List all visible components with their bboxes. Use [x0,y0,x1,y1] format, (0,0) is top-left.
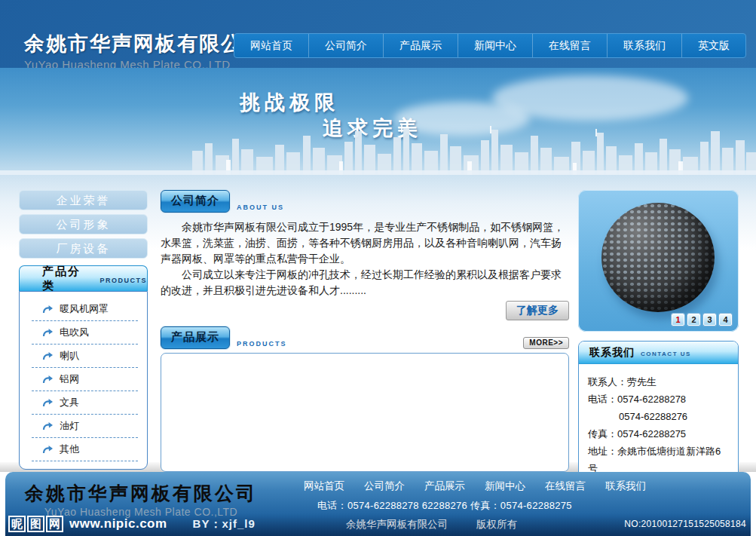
contact-body: 联系人：劳先生 电话：0574-62288278 0574-62288276 传… [579,364,738,489]
contact-header: 联系我们 CONTACT US [579,342,738,364]
footer-phone-line: 电话：0574-62288278 62288276 传真：0574-622882… [304,499,646,513]
products-tab-button[interactable]: 产品展示 [161,326,230,349]
nipic-logo-char: 图 [27,516,44,532]
mesh-dome-product-photo[interactable] [601,203,715,312]
footer-company-name-cn: 余姚市华声网板有限公司 [25,481,257,506]
nipic-logo-char: 昵 [8,516,26,532]
category-item-other[interactable]: 其他 [32,438,138,461]
header: 余姚市华声网板有限公司 YuYao Huasheng Mesh Plate CO… [0,0,756,68]
about-tab-button[interactable]: 公司简介 [161,190,230,213]
nav-item-guestbook[interactable]: 在线留言 [533,34,608,57]
footer-nav-guestbook[interactable]: 在线留言 [545,479,586,493]
contact-phone-1: 电话：0574-62288278 [588,391,730,408]
products-more-button[interactable]: MORE>> [523,337,569,349]
footer-nav-news[interactable]: 新闻中心 [485,479,525,493]
contact-phone-2: 0574-62288276 [588,408,730,425]
nipic-logo-char: 网 [46,516,63,532]
nav-item-news[interactable]: 新闻中心 [458,34,533,57]
footer-nav-about[interactable]: 公司简介 [364,479,405,493]
watermark-site-url: www.nipic.com [69,516,167,531]
footer-nav-home[interactable]: 网站首页 [304,479,344,493]
category-label: 暖风机网罩 [60,302,109,316]
city-skyline-graphic [0,122,756,175]
about-text: 余姚市华声网板有限公司成立于1995年，是专业生产不锈钢制品，如不锈钢网篮，水果… [161,219,569,299]
about-paragraph-2: 公司成立以来专注于网板的冲孔技术，经过长期工作经验的累积以及根据客户要求的改进，… [161,267,569,299]
nav-item-home[interactable]: 网站首页 [234,34,309,57]
products-display-box [161,353,569,472]
watermark-author: BY：xjf_l9 [193,517,256,531]
about-paragraph-1: 余姚市华声网板有限公司成立于1995年，是专业生产不锈钢制品，如不锈钢网篮，水果… [161,219,569,267]
category-label: 喇叭 [60,349,79,363]
page-button-3[interactable]: 3 [703,314,716,326]
page-button-2[interactable]: 2 [687,314,700,326]
main-content: 企业荣誉 公司形象 厂房设备 产品分类 PRODUCTS 暖风机网罩 电吹风 喇… [0,175,756,462]
sidebar-button-factory[interactable]: 厂房设备 [19,238,148,259]
about-section-header: 公司简介 ABOUT US [161,190,569,213]
category-item-heater-mesh[interactable]: 暖风机网罩 [32,298,138,321]
learn-more-button[interactable]: 了解更多 [506,301,569,320]
page: 余姚市华声网板有限公司 YuYao Huasheng Mesh Plate CO… [0,0,756,536]
contact-person: 联系人：劳先生 [588,373,730,391]
products-subtitle: PRODUCTS [237,340,287,349]
company-logo: 余姚市华声网板有限公司 YuYao Huasheng Mesh Plate CO… [24,30,265,71]
category-label: 文具 [60,396,79,409]
nipic-logo: 昵 图 网 [8,516,63,532]
category-arrow-icon [42,305,54,314]
main-column: 公司简介 ABOUT US 余姚市华声网板有限公司成立于1995年，是专业生产不… [161,190,569,462]
category-label: 电吹风 [60,326,89,339]
company-name-cn: 余姚市华声网板有限公司 [24,30,265,57]
category-item-aluminum-mesh[interactable]: 铝网 [32,368,138,391]
banner-slogan-1: 挑战极限 [240,89,339,116]
right-column: 1 2 3 4 联系我们 CONTACT US 联系人：劳先生 电话：0574-… [578,190,739,462]
contact-fax: 传真：0574-62288275 [588,425,730,443]
footer-nav-products[interactable]: 产品展示 [424,479,465,493]
product-categories-header: 产品分类 PRODUCTS [19,265,148,291]
footer-nav: 网站首页 公司简介 产品展示 新闻中心 在线留言 联系我们 [304,479,646,493]
about-more-row: 了解更多 [161,301,569,320]
footer-nav-contact[interactable]: 联系我们 [605,479,646,493]
category-item-hairdryer[interactable]: 电吹风 [32,321,138,345]
product-categories-subtitle: PRODUCTS [99,274,147,284]
sidebar-button-honors[interactable]: 企业荣誉 [19,190,148,210]
photo-pagination: 1 2 3 4 [672,314,732,326]
category-arrow-icon [42,445,54,454]
category-arrow-icon [42,351,54,360]
contact-subtitle: CONTACT US [641,348,691,357]
nav-item-about[interactable]: 公司简介 [309,34,384,57]
category-arrow-icon [42,328,54,337]
category-label: 油灯 [60,419,79,433]
category-item-stationery[interactable]: 文具 [32,391,138,415]
category-label: 铝网 [60,372,79,386]
nav-item-contact[interactable]: 联系我们 [608,34,682,57]
product-categories-list: 暖风机网罩 电吹风 喇叭 铝网 文具 [19,291,148,470]
category-label: 其他 [60,443,79,456]
main-nav: 网站首页 公司简介 产品展示 新闻中心 在线留言 联系我们 英文版 [234,33,746,58]
category-item-oil-lamp[interactable]: 油灯 [32,415,138,438]
contact-panel: 联系我们 CONTACT US 联系人：劳先生 电话：0574-62288278… [578,341,739,490]
products-section-header: 产品展示 PRODUCTS MORE>> [161,326,569,349]
about-subtitle: ABOUT US [237,204,284,213]
nipic-watermark: 昵 图 网 www.nipic.com BY：xjf_l9 NO:2010012… [5,513,751,536]
category-item-speaker[interactable]: 喇叭 [32,345,138,368]
contact-title: 联系我们 [589,346,635,360]
sidebar-button-company-image[interactable]: 公司形象 [19,214,148,234]
page-button-4[interactable]: 4 [719,314,732,326]
product-photo-panel[interactable]: 1 2 3 4 [578,190,739,332]
footer: 余姚市华声网板有限公司 YuYao Huasheng Mesh Plate CO… [5,472,751,536]
category-arrow-icon [42,421,54,430]
nav-item-english[interactable]: 英文版 [682,34,745,57]
page-button-1[interactable]: 1 [672,314,684,326]
footer-company-block: 余姚市华声网板有限公司 YuYao Huasheng Mesh Plate CO… [25,481,257,518]
product-categories-title: 产品分类 [42,265,93,293]
sidebar: 企业荣誉 公司形象 厂房设备 产品分类 PRODUCTS 暖风机网罩 电吹风 喇… [19,190,148,462]
watermark-serial-number: NO:20100127151525058184 [624,519,746,529]
banner: 挑战极限 追求完美 [0,68,756,175]
nav-item-products[interactable]: 产品展示 [384,34,458,57]
category-arrow-icon [42,375,54,384]
category-arrow-icon [42,398,54,407]
